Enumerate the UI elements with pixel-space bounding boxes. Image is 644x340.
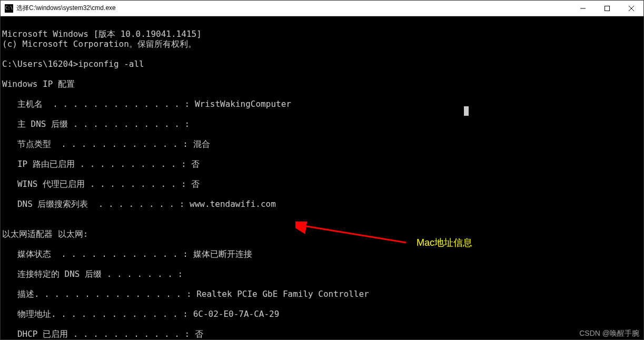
ip-routing-row: IP 路由已启用 . . . . . . . . . . : 否 xyxy=(2,159,642,169)
physical-address-row: 物理地址. . . . . . . . . . . . . : 6C-02-E0… xyxy=(2,309,642,319)
prompt-line: C:\Users\16204>ipconfig -all xyxy=(2,59,144,69)
wins-proxy-row: WINS 代理已启用 . . . . . . . . . : 否 xyxy=(2,179,642,189)
svg-rect-0 xyxy=(605,6,610,11)
adapter-ethernet-title: 以太网适配器 以太网: xyxy=(2,229,88,239)
prompt-command: ipconfig -all xyxy=(78,59,144,69)
copyright-line: (c) Microsoft Corporation。保留所有权利。 xyxy=(2,39,196,49)
text-cursor xyxy=(464,106,469,116)
close-button[interactable] xyxy=(619,1,643,16)
node-type-row: 节点类型 . . . . . . . . . . . . : 混合 xyxy=(2,139,642,149)
window-controls xyxy=(571,1,643,16)
dns-suffix-list-row: DNS 后缀搜索列表 . . . . . . . . : www.tendawi… xyxy=(2,199,642,209)
titlebar[interactable]: C:\ 选择C:\windows\system32\cmd.exe xyxy=(1,1,643,16)
media-state-row: 媒体状态 . . . . . . . . . . . . : 媒体已断开连接 xyxy=(2,249,642,259)
prompt-path: C:\Users\16204> xyxy=(2,59,78,69)
maximize-button[interactable] xyxy=(595,1,619,16)
cmd-window: C:\ 选择C:\windows\system32\cmd.exe Micros… xyxy=(0,0,644,340)
os-version-line: Microsoft Windows [版本 10.0.19041.1415] xyxy=(2,29,202,39)
host-name-row: 主机名 . . . . . . . . . . . . . : WristWak… xyxy=(2,99,642,109)
dhcp-enabled-row: DHCP 已启用 . . . . . . . . . . . : 否 xyxy=(2,329,642,339)
terminal-output[interactable]: Microsoft Windows [版本 10.0.19041.1415] (… xyxy=(1,17,643,339)
ipconfig-title: Windows IP 配置 xyxy=(2,79,75,89)
cmd-icon: C:\ xyxy=(5,4,13,13)
window-title: 选择C:\windows\system32\cmd.exe xyxy=(16,4,571,13)
primary-dns-row: 主 DNS 后缀 . . . . . . . . . . . : xyxy=(2,119,642,129)
description-row: 描述. . . . . . . . . . . . . . . : Realte… xyxy=(2,289,642,299)
minimize-button[interactable] xyxy=(571,1,595,16)
conn-dns-suffix-row: 连接特定的 DNS 后缀 . . . . . . . : xyxy=(2,269,642,279)
